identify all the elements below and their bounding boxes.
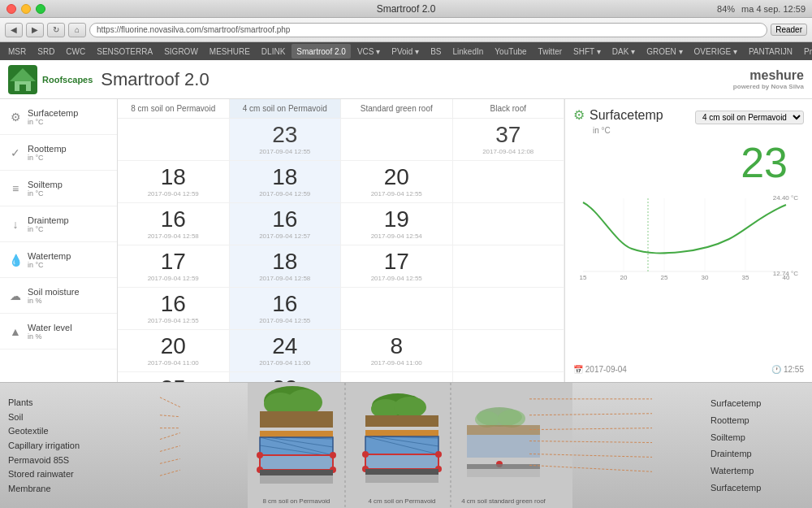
tab-bs[interactable]: BS — [425, 44, 446, 59]
panel-selector[interactable]: 4 cm soil on Permavoid 8 cm soil on Perm… — [695, 111, 804, 124]
refresh-button[interactable]: ↻ — [47, 23, 65, 37]
minimize-button[interactable] — [21, 4, 31, 14]
tab-youtube[interactable]: YouTube — [490, 44, 531, 59]
tab-linkedin[interactable]: LinkedIn — [448, 44, 489, 59]
sidebar-item-soiltemp[interactable]: ≡ Soiltempin °C — [0, 171, 117, 206]
cell-4-4 — [453, 245, 565, 287]
panel-footer: 📅 2017-09-04 🕐 12:55 — [573, 365, 804, 374]
tab-vcs[interactable]: VCS ▾ — [352, 44, 385, 59]
svg-rect-66 — [467, 464, 540, 469]
cell-7-1: 35 2017-09-04 11:00 — [118, 372, 230, 382]
tab-sensoterra[interactable]: SENSOTERRA — [92, 44, 158, 59]
traffic-lights[interactable] — [6, 4, 45, 14]
footer-time-icon: 🕐 12:55 — [771, 365, 804, 374]
table-row: 20 2017-09-04 11:00 24 2017-09-04 11:00 … — [118, 330, 564, 372]
tab-pvoid[interactable]: PVoid ▾ — [387, 44, 424, 59]
tab-smartroof[interactable]: Smartroof 2.0 — [292, 44, 351, 59]
svg-rect-64 — [467, 435, 540, 458]
back-button[interactable]: ◀ — [5, 23, 23, 37]
chart-svg: 24.40 °C 12.74 °C 15 20 25 30 35 40 — [573, 190, 804, 280]
cell-7-4 — [453, 372, 565, 382]
tab-dak[interactable]: DAK ▾ — [607, 44, 640, 59]
label-right-watertemp: Watertemp — [710, 466, 808, 475]
svg-text:20: 20 — [620, 274, 628, 280]
tab-cwc[interactable]: CWC — [61, 44, 90, 59]
svg-point-54 — [435, 451, 442, 458]
panel-header: ⚙ Surfacetemp — [573, 107, 663, 123]
sidebar-item-soilmoisture[interactable]: ☁ Soil moisturein % — [0, 278, 117, 314]
tab-srd[interactable]: SRD — [32, 44, 59, 59]
nav-tabs: MSR SRD CWC SENSOTERRA SIGROW MESHURE DL… — [0, 42, 812, 60]
sidebar-item-surfacetemp[interactable]: ⚙ Surfacetempin °C — [0, 99, 117, 135]
maximize-button[interactable] — [36, 4, 45, 14]
svg-text:4 cm soil standard green roof: 4 cm soil standard green roof — [461, 497, 546, 505]
label-right-draintemp: Draintemp — [710, 449, 808, 458]
reader-button[interactable]: Reader — [771, 24, 807, 36]
close-button[interactable] — [6, 4, 16, 14]
sidebar-item-watertemp[interactable]: 💧 Watertempin °C — [0, 242, 117, 278]
svg-rect-57 — [365, 469, 438, 475]
tab-groen[interactable]: GROEN ▾ — [641, 44, 687, 59]
list-icon: ≡ — [8, 182, 23, 195]
sidebar-item-waterlevel[interactable]: ▲ Water levelin % — [0, 314, 117, 350]
cross-section-svg: 8 cm soil on Permavoid 4 cm soil on Perm… — [114, 383, 706, 508]
tab-project[interactable]: Project SmartRoof 2.0 — [799, 44, 812, 59]
grid-header: 8 cm soil on Permavoid 4 cm soil on Perm… — [118, 99, 564, 119]
svg-point-62 — [498, 410, 525, 428]
cell-1-3 — [341, 119, 453, 160]
svg-rect-22 — [260, 411, 333, 428]
tab-overige[interactable]: OVERIGE ▾ — [689, 44, 742, 59]
tab-shft[interactable]: SHFT ▾ — [568, 44, 606, 59]
cell-6-2: 24 2017-09-04 11:00 — [230, 330, 342, 371]
cell-6-1: 20 2017-09-04 11:00 — [118, 330, 230, 371]
battery-status: 84% — [717, 4, 735, 14]
address-bar[interactable]: https://fluorine.novasilva.com/smartroof… — [89, 23, 767, 37]
sidebar-item-draintemp[interactable]: ↓ Draintempin °C — [0, 206, 117, 242]
cell-2-2: 18 2017-09-04 12:59 — [230, 161, 342, 202]
meshure-logo: meshure powered by Nova Silva — [733, 68, 804, 90]
label-soil: Soil — [8, 412, 110, 422]
tab-pantarijn[interactable]: PANTARIJN — [744, 44, 797, 59]
col-header-1: 8 cm soil on Permavoid — [118, 99, 230, 118]
sidebar-item-roottemp[interactable]: ✓ Roottempin °C — [0, 135, 117, 171]
label-plants: Plants — [8, 397, 110, 407]
cell-3-2: 16 2017-09-04 12:57 — [230, 203, 342, 245]
url-text: https://fluorine.novasilva.com/smartroof… — [97, 25, 290, 34]
table-row: 16 2017-09-04 12:58 16 2017-09-04 12:57 … — [118, 203, 564, 245]
cell-2-4 — [453, 161, 565, 202]
col-header-4: Black roof — [453, 99, 565, 118]
svg-rect-45 — [365, 430, 438, 436]
label-stored: Stored rainwater — [8, 469, 110, 479]
cell-7-3 — [341, 372, 453, 382]
diagram-center: 8 cm soil on Permavoid 4 cm soil on Perm… — [114, 383, 706, 508]
panel-subtitle: in °C — [593, 126, 663, 135]
diagram-labels-right: Surfacetemp Roottemp Soiltemp Draintemp … — [706, 383, 812, 508]
col-header-3: Standard green roof — [341, 99, 453, 118]
label-right-roottemp: Roottemp — [710, 415, 808, 425]
data-grid: 8 cm soil on Permavoid 4 cm soil on Perm… — [118, 99, 564, 382]
cell-5-4 — [453, 288, 565, 329]
cell-6-3: 8 2017-09-04 11:00 — [341, 330, 453, 371]
col-header-2: 4 cm soil on Permavoid — [230, 99, 342, 118]
tab-meshure[interactable]: MESHURE — [205, 44, 255, 59]
table-row: 16 2017-09-04 12:55 16 2017-09-04 12:55 — [118, 288, 564, 330]
tab-sigrow[interactable]: SIGROW — [159, 44, 203, 59]
svg-rect-24 — [260, 431, 333, 437]
label-capillary: Capillary irrigation — [8, 441, 110, 450]
drop-icon: 💧 — [8, 254, 23, 267]
window-title: Smartroof 2.0 — [377, 3, 436, 15]
tab-dlink[interactable]: DLINK — [257, 44, 290, 59]
panel-big-value: 23 — [573, 135, 804, 190]
panel-gear-icon: ⚙ — [573, 107, 585, 123]
cell-2-3: 20 2017-09-04 12:55 — [341, 161, 453, 202]
label-permavoid: Permavoid 85S — [8, 455, 110, 465]
tab-twitter[interactable]: Twitter — [533, 44, 567, 59]
footer-date: 2017-09-04 — [585, 365, 627, 374]
level-icon: ▲ — [8, 325, 23, 338]
footer-date-icon: 📅 2017-09-04 — [573, 365, 627, 374]
forward-button[interactable]: ▶ — [26, 23, 44, 37]
svg-rect-67 — [467, 469, 540, 477]
tab-msr[interactable]: MSR — [3, 44, 31, 59]
home-button[interactable]: ⌂ — [68, 23, 86, 37]
check-icon: ✓ — [8, 146, 23, 159]
